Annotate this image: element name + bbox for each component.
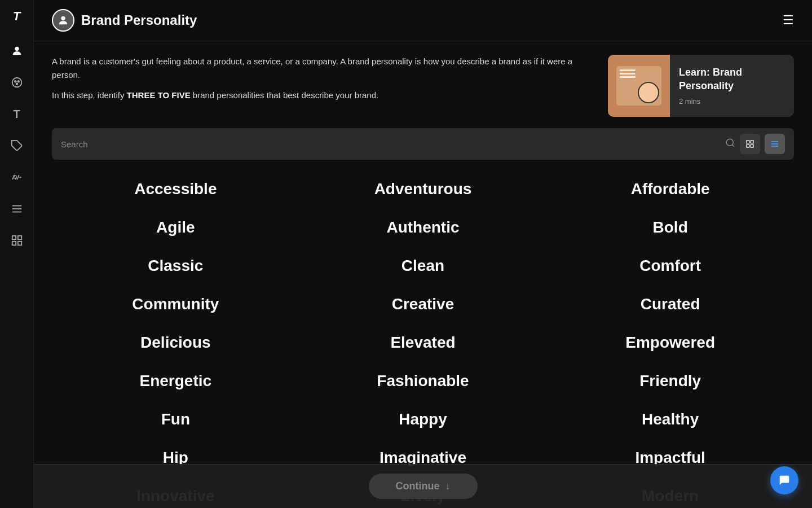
personality-item[interactable]: Fun [52, 401, 299, 437]
svg-point-0 [15, 47, 19, 51]
sidebar-icon-text[interactable]: T [8, 105, 26, 123]
content-area: A brand is a customer's gut feeling abou… [34, 41, 812, 508]
description-p2: In this step, identify THREE to FIVE bra… [52, 89, 590, 102]
continue-icon: ↓ [445, 480, 451, 492]
view-toggle [740, 134, 785, 154]
sidebar-icon-paragraph[interactable] [8, 200, 26, 218]
learn-card-title: Learn: Brand Personality [679, 66, 785, 93]
search-bar [52, 128, 794, 160]
sidebar-icon-profile[interactable] [8, 42, 26, 60]
personality-item[interactable]: Bold [546, 209, 794, 246]
personality-item[interactable]: Healthy [546, 401, 794, 437]
personality-item[interactable]: Adventurous [299, 171, 547, 207]
thumb-text-lines [620, 69, 636, 78]
svg-point-4 [16, 83, 17, 85]
personality-item[interactable]: Elevated [299, 325, 547, 361]
svg-line-15 [732, 144, 734, 146]
emphasis-text: THREE to FIVE [127, 90, 191, 100]
page-title: Brand Personality [81, 12, 197, 28]
intro-row: A brand is a customer's gut feeling abou… [52, 55, 794, 117]
sidebar-icon-tag[interactable] [8, 137, 26, 155]
svg-rect-11 [12, 242, 15, 245]
personality-item[interactable]: Happy [299, 401, 547, 437]
svg-rect-9 [12, 236, 15, 239]
svg-rect-10 [17, 236, 21, 239]
thumb-line-3 [620, 76, 636, 78]
description: A brand is a customer's gut feeling abou… [52, 55, 590, 109]
personality-item[interactable]: Empowered [546, 325, 794, 361]
sidebar-icon-typography[interactable]: AV+ [8, 168, 26, 186]
personality-item[interactable]: Creative [299, 286, 547, 322]
learn-card-thumbnail [608, 55, 670, 117]
personality-item[interactable]: Community [52, 286, 299, 322]
personality-grid: AccessibleAdventurousAffordableAgileAuth… [52, 171, 794, 508]
thumb-line-2 [620, 73, 636, 75]
thumb-line-1 [620, 69, 636, 71]
svg-rect-16 [747, 141, 749, 143]
thumb-face [638, 82, 659, 103]
top-bar: Brand Personality ☰ [34, 0, 812, 41]
personality-item[interactable]: Delicious [52, 325, 299, 361]
sidebar: T T AV+ [0, 0, 34, 508]
personality-item[interactable]: Classic [52, 248, 299, 284]
description-p1: A brand is a customer's gut feeling abou… [52, 55, 590, 82]
top-bar-left: Brand Personality [52, 9, 197, 32]
sidebar-icon-grid[interactable] [8, 231, 26, 249]
continue-button[interactable]: Continue ↓ [369, 474, 478, 499]
continue-label: Continue [396, 480, 440, 492]
personality-item[interactable]: Clean [299, 248, 547, 284]
learn-card-info: Learn: Brand Personality 2 mins [670, 59, 794, 112]
svg-rect-18 [747, 144, 749, 147]
learn-card[interactable]: Learn: Brand Personality 2 mins [608, 55, 794, 117]
personality-item[interactable]: Agile [52, 209, 299, 246]
svg-point-3 [17, 81, 19, 82]
personality-item[interactable]: Friendly [546, 363, 794, 399]
svg-rect-19 [751, 144, 753, 147]
svg-point-14 [726, 139, 733, 146]
personality-item[interactable]: Comfort [546, 248, 794, 284]
list-view-button[interactable] [765, 134, 785, 154]
thumbnail-inner [616, 66, 661, 106]
grid-view-button[interactable] [740, 134, 760, 154]
personality-item[interactable]: Energetic [52, 363, 299, 399]
personality-item[interactable]: Authentic [299, 209, 547, 246]
personality-item[interactable]: Fashionable [299, 363, 547, 399]
svg-point-2 [14, 81, 16, 82]
svg-rect-17 [751, 141, 753, 143]
svg-point-13 [61, 16, 65, 20]
app-logo: T [13, 9, 20, 24]
chat-button[interactable] [770, 466, 798, 494]
search-input[interactable] [61, 139, 721, 149]
continue-bar: Continue ↓ [34, 464, 812, 508]
personality-item[interactable]: Affordable [546, 171, 794, 207]
learn-card-duration: 2 mins [679, 97, 785, 106]
sidebar-icon-palette[interactable] [8, 73, 26, 91]
svg-rect-12 [17, 242, 21, 245]
svg-point-1 [12, 78, 21, 87]
personality-item[interactable]: Accessible [52, 171, 299, 207]
avatar [52, 9, 74, 32]
search-icon [725, 138, 735, 151]
hamburger-menu[interactable]: ☰ [783, 13, 794, 28]
main-content: Brand Personality ☰ A brand is a custome… [34, 0, 812, 508]
personality-item[interactable]: Curated [546, 286, 794, 322]
